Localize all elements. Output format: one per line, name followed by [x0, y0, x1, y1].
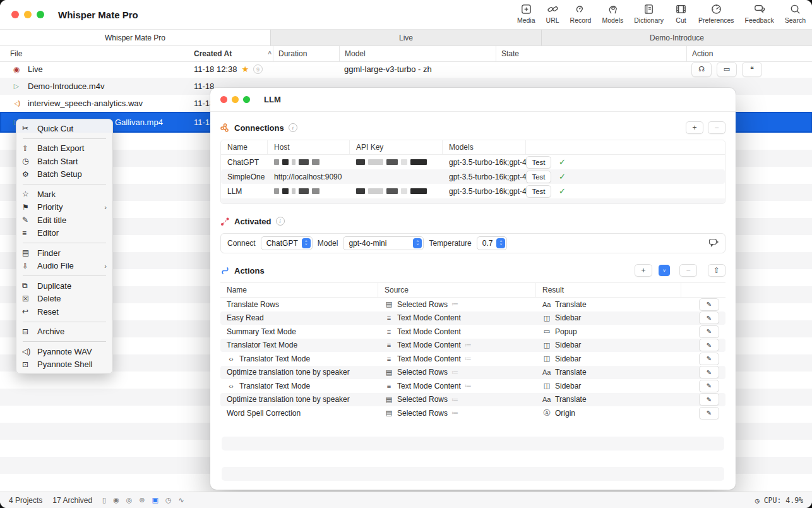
edit-action-button[interactable]: ✎ [699, 298, 719, 311]
url-button[interactable]: URL [546, 3, 559, 24]
menu-item-archive[interactable]: ⊟Archive [16, 325, 112, 339]
menu-item-batch-start[interactable]: ◷Batch Start [16, 155, 112, 168]
temperature-stepper[interactable]: 0.7 ˄˅ [477, 236, 508, 250]
badge-icon: 9 [253, 64, 263, 74]
edit-action-button[interactable]: ✎ [699, 339, 719, 351]
menu-item-editor[interactable]: ≡Editor [16, 227, 112, 240]
edit-action-button[interactable]: ✎ [699, 325, 719, 338]
column-created-at[interactable]: Created At ^ [194, 46, 278, 61]
action-row[interactable]: ‹›Translator Text Mode≡Text Mode Content… [220, 352, 725, 366]
column-duration[interactable]: Duration [273, 46, 344, 61]
test-button[interactable]: Test [526, 171, 551, 183]
action-name: Word Spell Correction [220, 409, 378, 418]
tab-live[interactable]: Live [271, 30, 542, 45]
column-action[interactable]: Action [686, 46, 812, 61]
models-button[interactable]: Models [602, 3, 623, 24]
media-button[interactable]: Media [517, 3, 535, 24]
conn-col-apikey: API Key [350, 140, 443, 154]
connect-select[interactable]: ChatGPT ˄˅ [261, 236, 313, 250]
menu-separator [23, 243, 106, 243]
remove-action-button[interactable]: − [679, 264, 697, 277]
feedback-button[interactable]: Feedback [745, 3, 774, 24]
menu-item-duplicate[interactable]: ⧉Duplicate [16, 279, 112, 293]
device-icon[interactable]: ▯ [102, 496, 106, 504]
menu-item-batch-setup[interactable]: ⚙Batch Setup [16, 168, 112, 181]
menu-item-priority[interactable]: ⚑Priority› [16, 201, 112, 214]
menu-item-quick-cut[interactable]: ✂Quick Cut [16, 122, 112, 135]
chat-button[interactable]: ❝ [742, 62, 762, 77]
action-row[interactable]: ‹›Translator Text Mode≡Text Mode Content… [220, 379, 725, 393]
action-row[interactable]: Optimize translation tone by speaker▤Sel… [220, 366, 725, 380]
column-model[interactable]: Model [339, 46, 501, 61]
test-button[interactable]: Test [526, 156, 551, 169]
preferences-button[interactable]: Preferences [698, 3, 734, 24]
stepper-icon: ˄˅ [413, 238, 422, 248]
tab-whisper-mate-pro[interactable]: Whisper Mate Pro [0, 30, 271, 45]
column-state[interactable]: State [496, 46, 691, 61]
dialog-close-button[interactable] [220, 96, 227, 103]
star-icon[interactable]: ★ [241, 64, 249, 74]
ear-button[interactable]: ☊ [691, 62, 712, 77]
clock-icon[interactable]: ◷ [165, 496, 172, 504]
menu-item-mark[interactable]: ☆Mark [16, 188, 112, 201]
created-at-cell: 11-18 12:38★9 [194, 64, 278, 74]
activity-icon[interactable]: ∿ [179, 496, 184, 504]
zoom-button[interactable] [37, 11, 44, 18]
menu-separator [23, 275, 106, 276]
action-row[interactable]: Summary Text Mode≡Text Mode Content▭Popu… [220, 325, 725, 339]
add-action-button[interactable]: + [635, 264, 652, 277]
chat-test-icon[interactable] [708, 238, 719, 249]
close-button[interactable] [11, 11, 19, 18]
action-row[interactable]: Translate Rows▤Selected Rows≔AaTranslate… [220, 298, 725, 311]
disc-icon[interactable]: ◉ [113, 496, 119, 504]
menu-item-pyannote-wav[interactable]: ◁)Pyannote WAV [16, 345, 112, 358]
dialog-minimize-button[interactable] [232, 96, 239, 103]
edit-action-button[interactable]: ✎ [699, 380, 719, 392]
connection-row[interactable]: SimpleOnehttp://localhost:9090gpt-3.5-tu… [221, 169, 725, 184]
edit-action-button[interactable]: ✎ [699, 311, 719, 324]
action-row[interactable]: Optimize translation tone by speaker▤Sel… [220, 393, 725, 407]
menu-item-finder[interactable]: ▤Finder [16, 246, 112, 260]
network-icon[interactable]: ◎ [126, 496, 133, 504]
action-row[interactable]: Word Spell Correction▤Selected Rows≔ⒶOri… [220, 406, 725, 420]
dictionary-button[interactable]: Dictionary [634, 3, 664, 24]
edit-action-button[interactable]: ✎ [699, 393, 719, 406]
menu-item-reset[interactable]: ↩Reset [16, 305, 112, 318]
dialog-zoom-button[interactable] [243, 96, 250, 103]
remove-connection-button[interactable]: − [708, 121, 725, 134]
actions-header: Actions + ˅ − ⇧ [220, 263, 725, 277]
menu-item-label: Pyannote WAV [37, 347, 92, 356]
action-row[interactable]: Easy Read≡Text Mode Content◫Sidebar✎ [220, 311, 725, 325]
menu-item-edit-title[interactable]: ✎Edit title [16, 214, 112, 227]
edit-action-button[interactable]: ✎ [699, 353, 719, 365]
menu-item-pyannote-shell[interactable]: ⊡Pyannote Shell [16, 358, 112, 372]
minimize-button[interactable] [24, 11, 32, 18]
edit-action-button[interactable]: ✎ [699, 366, 719, 378]
temperature-label: Temperature [429, 239, 471, 248]
person-icon: ⊡ [22, 360, 37, 369]
cut-button[interactable]: Cut [674, 3, 688, 24]
archive-icon: ⊟ [22, 327, 37, 336]
display-icon[interactable]: ▣ [152, 496, 158, 504]
action-source-label: Selected Rows [397, 300, 448, 309]
menu-item-delete[interactable]: ☒Delete [16, 293, 112, 306]
add-connection-button[interactable]: + [686, 121, 703, 134]
test-button[interactable]: Test [526, 185, 551, 198]
connection-row[interactable]: ChatGPTgpt-3.5-turbo-16k;gpt-4...Test✓ [221, 155, 725, 169]
edit-action-button[interactable]: ✎ [699, 407, 719, 420]
menu-item-label: Reset [37, 307, 59, 317]
column-file[interactable]: File [10, 46, 194, 61]
window-button[interactable]: ▭ [717, 62, 737, 77]
connection-row[interactable]: LLMgpt-3.5-turbo-16k;gpt-4...Test✓ [221, 184, 725, 198]
menu-item-batch-export[interactable]: ⇧Batch Export [16, 142, 112, 155]
tab-demo-introduce[interactable]: Demo-Introduce [542, 30, 812, 45]
action-row[interactable]: Translator Text Mode≡Text Mode Content≔◫… [220, 339, 725, 353]
menu-item-audio-file[interactable]: ⇩Audio File› [16, 260, 112, 273]
power-icon[interactable]: ⊛ [139, 496, 145, 504]
search-button[interactable]: Search [785, 3, 806, 24]
model-select[interactable]: gpt-4o-mini ˄˅ [343, 236, 424, 250]
export-actions-button[interactable]: ⇧ [708, 264, 725, 277]
add-action-dropdown[interactable]: ˅ [659, 265, 670, 276]
table-row[interactable]: ◉Live11-18 12:38★9ggml-large-v3-turbo - … [0, 61, 812, 78]
record-button[interactable]: Record [570, 3, 592, 24]
